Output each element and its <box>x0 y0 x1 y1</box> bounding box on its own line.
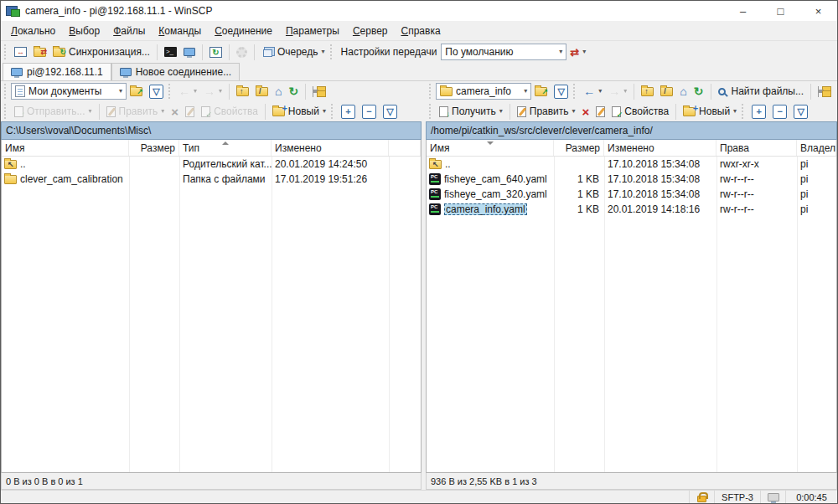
toolbar-grip <box>4 44 8 59</box>
queue-button[interactable]: Очередь ▾ <box>258 44 328 59</box>
remote-back-button[interactable]: ▾ <box>580 84 605 99</box>
separator <box>229 84 230 100</box>
find-files-button[interactable]: Найти файлы... <box>715 84 807 99</box>
local-edit-button[interactable]: Править ▾ <box>103 104 168 119</box>
remote-tree-toggle-button[interactable] <box>815 85 835 99</box>
slash-overlay: / <box>664 88 666 95</box>
protocol-cell[interactable]: SFTP-3 <box>714 491 760 503</box>
local-navigation-toolbar: Мои документы ▾ ↗ ▾ ▾ ↑ / <box>1 81 422 101</box>
chevron-down-icon: ▾ <box>623 88 627 95</box>
compare-directories-button[interactable] <box>11 45 30 59</box>
local-back-button[interactable]: ▾ <box>175 84 200 99</box>
local-forward-button[interactable]: ▾ <box>200 84 225 99</box>
local-refresh-button[interactable] <box>286 84 303 99</box>
column-header-modified[interactable]: Изменено <box>604 140 716 156</box>
remote-home-button[interactable] <box>676 84 690 99</box>
table-row[interactable]: clever_cam_calibration Папка с файлами 1… <box>2 172 421 187</box>
remote-forward-button[interactable]: ▾ <box>605 84 630 99</box>
menu-remote[interactable]: Сервер <box>346 23 395 39</box>
local-home-button[interactable] <box>272 84 285 99</box>
menu-options[interactable]: Параметры <box>279 23 346 39</box>
synchronize-browsing-folders-button[interactable]: ⇄ <box>30 46 49 59</box>
local-parent-directory-button[interactable]: ↑ <box>233 85 252 98</box>
remote-refresh-button[interactable] <box>691 84 707 99</box>
tab-session[interactable]: pi@192.168.11.1 <box>3 63 111 80</box>
menu-session[interactable]: Соединение <box>208 23 279 39</box>
transfer-settings-label[interactable]: Настройки передачи <box>337 46 442 58</box>
table-row[interactable]: ↖.. Родительский кат... 20.01.2019 14:24… <box>2 157 421 172</box>
local-unselect-button[interactable] <box>359 103 380 121</box>
open-in-putty-button[interactable] <box>180 46 199 58</box>
remote-delete-button[interactable] <box>579 104 593 120</box>
remote-unselect-button[interactable] <box>769 103 790 121</box>
remote-properties-button[interactable]: Свойства <box>608 104 672 119</box>
local-file-list: Имя Размер Тип Изменено ↖.. Родительский… <box>1 140 422 473</box>
tab-new-session[interactable]: Новое соединение... <box>111 63 241 80</box>
synchronize-button[interactable]: ↻ Синхронизация... <box>49 44 153 59</box>
remote-edit-button[interactable]: Править ▾ <box>514 104 579 119</box>
local-rename-button[interactable] <box>182 105 198 119</box>
transfer-preset-combo[interactable]: По умолчанию ▾ <box>441 44 566 60</box>
open-console-button[interactable] <box>161 45 180 59</box>
upload-icon <box>14 106 23 117</box>
local-location-value: Мои документы <box>28 85 101 97</box>
column-header-name[interactable]: Имя <box>2 140 129 156</box>
menu-files[interactable]: Файлы <box>106 23 152 39</box>
local-path-bar[interactable]: C:\Users\voval\Documents\Misc\ <box>1 121 422 140</box>
column-header-rights[interactable]: Права <box>716 140 797 156</box>
local-delete-button[interactable] <box>168 104 182 120</box>
root-folder-icon: / <box>660 87 673 96</box>
local-open-directory-button[interactable]: ↗ <box>127 85 146 98</box>
server-status-cell[interactable] <box>760 491 785 503</box>
local-selection-filter-button[interactable] <box>380 103 401 121</box>
edit-label: Править <box>119 105 158 117</box>
root-folder-icon: / <box>256 87 268 96</box>
local-select-button[interactable] <box>338 103 359 121</box>
column-header-owner[interactable]: Владел... <box>797 140 836 156</box>
remote-open-directory-button[interactable]: ↗ <box>531 85 551 98</box>
column-header-size[interactable]: Размер <box>129 140 179 156</box>
column-header-type[interactable]: Тип <box>179 140 272 156</box>
local-filter-button[interactable] <box>146 83 167 100</box>
synchronize-browsing-toggle[interactable]: ▾ <box>566 44 589 60</box>
get-label: Получить <box>452 105 496 117</box>
preferences-button[interactable] <box>233 45 251 59</box>
menu-commands[interactable]: Команды <box>152 23 208 39</box>
chevron-down-icon: ▾ <box>323 108 326 115</box>
remote-location-combo[interactable]: camera_info ▾ <box>436 83 531 100</box>
menu-mark[interactable]: Выбор <box>62 23 106 39</box>
local-root-directory-button[interactable]: / <box>252 85 272 98</box>
table-row[interactable]: fisheye_cam_320.yaml 1 KB 17.10.2018 15:… <box>427 187 836 202</box>
remote-root-directory-button[interactable]: / <box>657 85 676 98</box>
table-row[interactable]: fisheye_cam_640.yaml 1 KB 17.10.2018 15:… <box>427 172 836 187</box>
menu-local[interactable]: Локально <box>4 23 62 39</box>
remote-select-button[interactable] <box>748 103 769 121</box>
encryption-cell[interactable] <box>689 491 714 503</box>
remote-rename-button[interactable] <box>592 105 608 119</box>
remote-selection-filter-button[interactable] <box>790 103 811 121</box>
local-properties-button[interactable]: Свойства <box>198 104 261 119</box>
close-button[interactable]: × <box>799 1 837 21</box>
local-tree-toggle-button[interactable] <box>309 85 330 99</box>
column-header-name[interactable]: Имя <box>427 140 554 156</box>
column-header-modified[interactable]: Изменено <box>272 140 389 156</box>
remote-filter-button[interactable] <box>551 83 572 100</box>
refresh-session-button[interactable] <box>206 45 225 59</box>
toolbar-grip <box>331 104 335 119</box>
table-row-selected[interactable]: camera_info.yaml 1 KB 20.01.2019 14:18:1… <box>427 202 836 217</box>
table-row[interactable]: ↖.. 17.10.2018 15:34:08 rwxr-xr-x pi <box>427 157 836 172</box>
minimize-button[interactable]: – <box>724 1 762 21</box>
toolbar-grip <box>429 104 433 119</box>
remote-parent-directory-button[interactable]: ↑ <box>638 85 657 98</box>
local-location-combo[interactable]: Мои документы ▾ <box>11 83 127 100</box>
remote-get-button[interactable]: Получить ▾ <box>436 104 506 119</box>
compare-directories-icon <box>14 47 27 57</box>
column-header-filler <box>389 140 421 156</box>
column-header-size[interactable]: Размер <box>554 140 604 156</box>
maximize-button[interactable]: □ <box>762 1 799 21</box>
remote-new-button[interactable]: Новый ▾ <box>680 104 740 119</box>
local-new-button[interactable]: Новый ▾ <box>269 104 329 119</box>
remote-path-bar[interactable]: /home/pi/catkin_ws/src/clever/clever/cam… <box>426 121 837 140</box>
menu-help[interactable]: Справка <box>395 23 447 39</box>
local-send-button[interactable]: Отправить... ▾ <box>11 104 96 119</box>
